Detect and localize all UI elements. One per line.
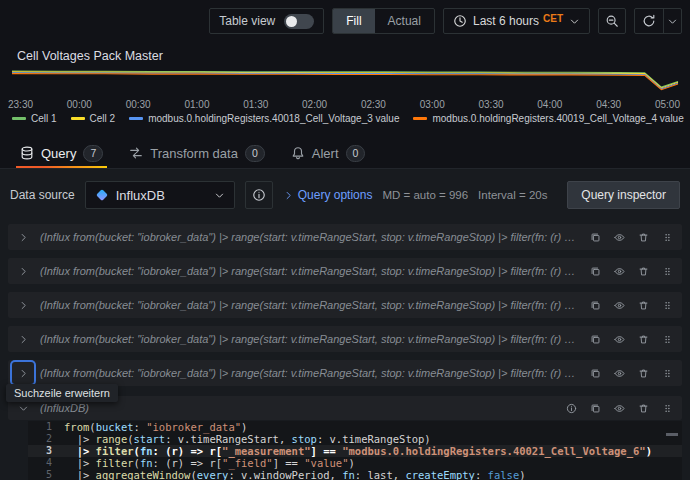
query-options-toggle[interactable]: Query options	[283, 188, 373, 202]
datasource-row: Data source InfluxDB Query options MD = …	[10, 180, 680, 210]
toggle-query-visibility-button[interactable]	[608, 328, 630, 350]
legend-label: modbus.0.holdingRegisters.40018_Cell_Vol…	[148, 113, 399, 124]
expand-row-button[interactable]	[12, 328, 34, 350]
query-row: (Influx from(bucket: "iobroker_data") |>…	[8, 326, 682, 352]
x-tick: 23:30	[8, 99, 33, 110]
legend-marker	[71, 117, 85, 120]
drag-query-handle[interactable]	[656, 294, 678, 316]
minimap[interactable]	[666, 433, 678, 436]
delete-query-button[interactable]	[632, 362, 654, 384]
toggle-query-visibility-button[interactable]	[608, 294, 630, 316]
code-line[interactable]: 1from(bucket: "iobroker_data")	[28, 421, 682, 433]
drag-query-handle[interactable]	[656, 397, 678, 419]
angle-down-icon	[18, 403, 29, 414]
code-line[interactable]: 4 |> filter(fn: (r) => r["_field"] == "v…	[28, 457, 682, 469]
transform-icon	[129, 146, 143, 160]
delete-query-button[interactable]	[632, 260, 654, 282]
time-range-picker[interactable]: Last 6 hours CET	[443, 8, 590, 34]
duplicate-query-button[interactable]	[584, 260, 606, 282]
legend-item[interactable]: modbus.0.holdingRegisters.40018_Cell_Vol…	[129, 113, 399, 124]
duplicate-query-button[interactable]	[584, 362, 606, 384]
duplicate-query-button[interactable]	[584, 397, 606, 419]
query-row-text: (Influx from(bucket: "iobroker_data") |>…	[40, 299, 578, 311]
query-row: (Influx from(bucket: "iobroker_data") |>…	[8, 258, 682, 284]
grip-icon	[662, 300, 673, 311]
transform-count-badge: 0	[245, 145, 265, 162]
top-toolbar: Table view Fill Actual Last 6 hours CET	[209, 8, 682, 34]
toggle-query-visibility-button[interactable]	[608, 260, 630, 282]
line-number: 4	[28, 457, 64, 469]
delete-query-button[interactable]	[632, 397, 654, 419]
expand-row-button[interactable]	[12, 294, 34, 316]
tab-query[interactable]: Query 7	[8, 138, 115, 168]
x-tick: 00:30	[126, 99, 151, 110]
query-help-button[interactable]	[560, 397, 582, 419]
delete-query-button[interactable]	[632, 226, 654, 248]
legend-marker	[413, 117, 427, 120]
code-line[interactable]: 3 |> filter(fn: (r) => r["_measurement"]…	[28, 445, 682, 457]
toggle-query-visibility-button[interactable]	[608, 397, 630, 419]
datasource-help-button[interactable]	[245, 181, 273, 209]
duplicate-query-button[interactable]	[584, 226, 606, 248]
trash-icon	[638, 368, 649, 379]
table-view-control: Table view	[209, 8, 324, 34]
refresh-interval-dropdown[interactable]	[663, 9, 681, 33]
delete-query-button[interactable]	[632, 294, 654, 316]
expand-row-button[interactable]	[12, 362, 34, 384]
panel-title[interactable]: Cell Voltages Pack Master	[17, 49, 163, 63]
tab-transform[interactable]: Transform data 0	[117, 138, 277, 168]
refresh-button[interactable]	[635, 9, 663, 33]
info-circle-icon	[566, 403, 577, 414]
legend-item[interactable]: Cell 1	[12, 113, 57, 124]
fill-button[interactable]: Fill	[333, 9, 374, 33]
toggle-query-visibility-button[interactable]	[608, 362, 630, 384]
expand-row-button[interactable]	[12, 260, 34, 282]
drag-query-handle[interactable]	[656, 328, 678, 350]
chart-svg	[8, 64, 682, 98]
expand-row-button[interactable]	[12, 226, 34, 248]
angle-right-icon	[18, 300, 29, 311]
legend-marker	[129, 117, 143, 120]
interval-summary: Interval = 20s	[478, 189, 547, 201]
line-number: 2	[28, 433, 64, 445]
datasource-picker[interactable]: InfluxDB	[85, 181, 235, 209]
code-line[interactable]: 2 |> range(start: v.timeRangeStart, stop…	[28, 433, 682, 445]
code-line[interactable]: 5 |> aggregateWindow(every: v.windowPeri…	[28, 469, 682, 480]
copy-icon	[590, 232, 601, 243]
drag-query-handle[interactable]	[656, 362, 678, 384]
query-row-text: (Influx from(bucket: "iobroker_data") |>…	[40, 231, 578, 243]
timeseries-chart[interactable]	[8, 64, 682, 98]
flux-code-editor[interactable]: 1from(bucket: "iobroker_data")2 |> range…	[28, 421, 682, 480]
zoom-out-button[interactable]	[598, 8, 626, 34]
actual-button[interactable]: Actual	[375, 9, 434, 33]
legend-item[interactable]: modbus.0.holdingRegisters.40019_Cell_Vol…	[413, 113, 683, 124]
angle-right-icon	[18, 266, 29, 277]
query-row-actions	[584, 294, 678, 316]
drag-query-handle[interactable]	[656, 226, 678, 248]
eye-icon	[614, 334, 625, 345]
query-options-label: Query options	[298, 188, 373, 202]
copy-icon	[590, 266, 601, 277]
trash-icon	[638, 334, 649, 345]
chevron-down-icon	[569, 16, 580, 27]
legend-item[interactable]: Cell 2	[71, 113, 116, 124]
duplicate-query-button[interactable]	[584, 294, 606, 316]
drag-query-handle[interactable]	[656, 260, 678, 282]
grip-icon	[662, 403, 673, 414]
tab-alert-label: Alert	[312, 146, 339, 161]
legend-marker	[12, 117, 26, 120]
duplicate-query-button[interactable]	[584, 328, 606, 350]
x-tick: 03:30	[479, 99, 504, 110]
delete-query-button[interactable]	[632, 328, 654, 350]
query-row: (Influx from(bucket: "iobroker_data") |>…	[8, 292, 682, 318]
toggle-query-visibility-button[interactable]	[608, 226, 630, 248]
query-inspector-button[interactable]: Query inspector	[567, 181, 680, 209]
table-view-toggle[interactable]	[284, 14, 314, 29]
tab-alert[interactable]: Alert 0	[279, 138, 378, 168]
timezone-label: CET	[543, 13, 563, 24]
clock-icon	[453, 14, 467, 28]
legend-label: Cell 2	[90, 113, 116, 124]
x-tick: 01:30	[243, 99, 268, 110]
query-row-actions	[584, 260, 678, 282]
x-tick: 03:00	[420, 99, 445, 110]
